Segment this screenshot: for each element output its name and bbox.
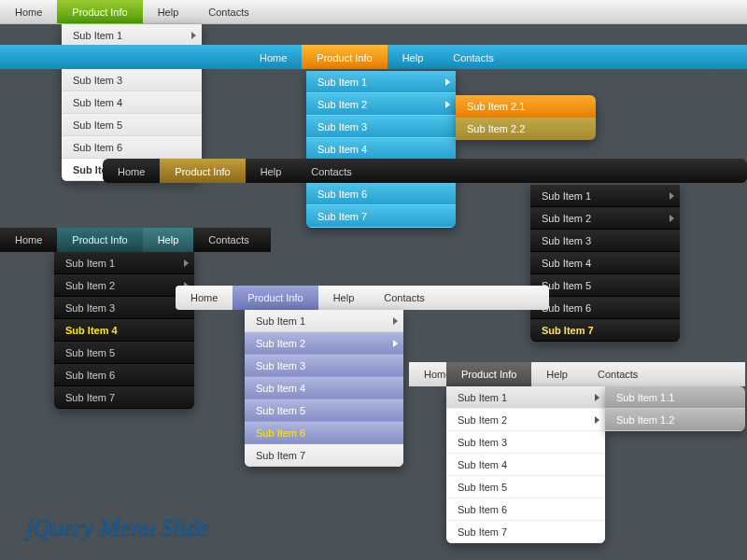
chevron-right-icon: [445, 101, 450, 108]
menu4-bar: Home Product Info Help Contacts: [0, 228, 271, 252]
menu3-sub7[interactable]: Sub Item 7: [530, 319, 680, 342]
menu3-sub2-label: Sub Item 2: [542, 213, 591, 224]
menu1-help[interactable]: Help: [143, 0, 194, 23]
menu2-sub2-label: Sub Item 2: [317, 99, 367, 110]
menu3-product-info[interactable]: Product Info: [160, 159, 245, 183]
menu5-contacts[interactable]: Contacts: [369, 286, 439, 310]
menu6-sub1-1[interactable]: Sub Item 1.1: [605, 386, 745, 409]
menu1-home[interactable]: Home: [0, 0, 57, 23]
menu6-sub7[interactable]: Sub Item 7: [446, 521, 605, 543]
menu3-sub6[interactable]: Sub Item 6: [530, 297, 680, 319]
menu6-sub5[interactable]: Sub Item 5: [446, 476, 605, 498]
menu2-sub6[interactable]: Sub Item 6: [306, 183, 456, 205]
menu3-sub1[interactable]: Sub Item 1: [530, 185, 680, 207]
chevron-right-icon: [595, 416, 599, 424]
menu5-dropdown: Sub Item 1 Sub Item 2 Sub Item 3 Sub Ite…: [245, 310, 403, 467]
chevron-right-icon: [595, 394, 599, 401]
menu4-sub1-label: Sub Item 1: [65, 258, 115, 269]
menu4-sub7[interactable]: Sub Item 7: [54, 386, 194, 409]
menu6-sub2[interactable]: Sub Item 2: [446, 409, 605, 431]
menu1-sub6[interactable]: Sub Item 6: [62, 136, 202, 159]
menu5-sub7[interactable]: Sub Item 7: [245, 444, 403, 467]
menu6-sub4[interactable]: Sub Item 4: [446, 454, 605, 476]
menu6-contacts[interactable]: Contacts: [583, 362, 653, 386]
menu1-product-info[interactable]: Product Info: [57, 0, 142, 23]
chevron-right-icon: [191, 32, 196, 39]
menu2-sub2-2[interactable]: Sub Item 2.2: [456, 118, 596, 140]
menu3-help[interactable]: Help: [246, 159, 297, 183]
chevron-right-icon: [393, 317, 398, 325]
menu2-sub2[interactable]: Sub Item 2: [306, 93, 456, 116]
menu6-dropdown: Sub Item 1 Sub Item 2 Sub Item 3 Sub Ite…: [446, 386, 605, 543]
menu1-sub3[interactable]: Sub Item 3: [62, 69, 202, 91]
menu1-sub1[interactable]: Sub Item 1: [62, 24, 202, 47]
menu2-sub4[interactable]: Sub Item 4: [306, 138, 456, 161]
menu3-sub3[interactable]: Sub Item 3: [530, 230, 680, 252]
menu5-sub4[interactable]: Sub Item 4: [245, 377, 403, 399]
menu5-bar: Home Product Info Help Contacts: [176, 286, 549, 310]
menu4-sub1[interactable]: Sub Item 1: [54, 252, 194, 274]
menu4-sub2-label: Sub Item 2: [65, 280, 115, 291]
menu4-sub6[interactable]: Sub Item 6: [54, 364, 194, 386]
menu4-sub4[interactable]: Sub Item 4: [54, 319, 194, 342]
chevron-right-icon: [184, 259, 189, 267]
menu2-contacts[interactable]: Contacts: [438, 45, 508, 69]
menu3-home[interactable]: Home: [103, 159, 160, 183]
chevron-right-icon: [393, 340, 398, 347]
menu2-dropdown: Sub Item 1 Sub Item 2 Sub Item 3 Sub Ite…: [306, 71, 456, 228]
menu4-home[interactable]: Home: [0, 228, 57, 252]
menu4-dropdown: Sub Item 1 Sub Item 2 Sub Item 3 Sub Ite…: [54, 252, 194, 409]
menu2-sub1[interactable]: Sub Item 1: [306, 71, 456, 93]
menu5-sub1-label: Sub Item 1: [256, 315, 305, 327]
menu2-home[interactable]: Home: [245, 45, 302, 69]
menu1-sub5[interactable]: Sub Item 5: [62, 114, 202, 136]
menu6-sub3[interactable]: Sub Item 3: [446, 431, 605, 454]
menu2-help[interactable]: Help: [388, 45, 439, 69]
menu4-help[interactable]: Help: [143, 228, 194, 252]
menu3-contacts[interactable]: Contacts: [296, 159, 366, 183]
menu1-sub1-label: Sub Item 1: [73, 30, 122, 41]
menu6-product-info[interactable]: Product Info: [446, 362, 531, 386]
menu5-help[interactable]: Help: [318, 286, 370, 310]
menu6-home[interactable]: Home: [409, 362, 446, 386]
menu5-sub2[interactable]: Sub Item 2: [245, 332, 403, 355]
menu6-bar: Home Product Info Help Contacts: [409, 362, 745, 386]
menu4-contacts[interactable]: Contacts: [193, 228, 263, 252]
menu6-sub1-2[interactable]: Sub Item 1.2: [605, 409, 745, 431]
menu2-sub2-1[interactable]: Sub Item 2.1: [456, 95, 596, 118]
menu6-flyout: Sub Item 1.1 Sub Item 1.2: [605, 386, 745, 431]
menu2-sub3[interactable]: Sub Item 3: [306, 116, 456, 138]
menu5-sub1[interactable]: Sub Item 1: [245, 310, 403, 332]
menu3-sub2[interactable]: Sub Item 2: [530, 207, 680, 230]
menu2-flyout: Sub Item 2.1 Sub Item 2.2: [456, 95, 596, 140]
chevron-right-icon: [669, 192, 674, 200]
menu4-product-info[interactable]: Product Info: [57, 228, 142, 252]
menu3-sub5[interactable]: Sub Item 5: [530, 274, 680, 297]
menu3-sub4[interactable]: Sub Item 4: [530, 252, 680, 274]
menu5-home[interactable]: Home: [176, 286, 233, 310]
menu3-bar: Home Product Info Help Contacts: [103, 159, 747, 183]
menu5-sub6[interactable]: Sub Item 6: [245, 422, 403, 444]
menu3-sub1-label: Sub Item 1: [542, 190, 591, 202]
menu6-sub6[interactable]: Sub Item 6: [446, 498, 605, 521]
menu2-sub7[interactable]: Sub Item 7: [306, 205, 456, 228]
chevron-right-icon: [669, 215, 674, 222]
menu5-sub5[interactable]: Sub Item 5: [245, 399, 403, 422]
menu6-sub1-label: Sub Item 1: [458, 392, 507, 403]
chevron-right-icon: [445, 78, 450, 86]
page-title: jQuery Menu Slide: [26, 513, 209, 541]
menu3-dropdown: Sub Item 1 Sub Item 2 Sub Item 3 Sub Ite…: [530, 185, 680, 342]
menu6-help[interactable]: Help: [531, 362, 583, 386]
menu2-product-info[interactable]: Product Info: [302, 45, 387, 69]
menu6-sub1[interactable]: Sub Item 1: [446, 386, 605, 409]
menu1-sub4[interactable]: Sub Item 4: [62, 91, 202, 114]
menu4-sub2[interactable]: Sub Item 2: [54, 274, 194, 297]
menu1-contacts[interactable]: Contacts: [193, 0, 263, 23]
menu5-product-info[interactable]: Product Info: [233, 286, 317, 310]
menu4-sub3[interactable]: Sub Item 3: [54, 297, 194, 319]
menu5-sub3[interactable]: Sub Item 3: [245, 355, 403, 377]
menu4-sub5[interactable]: Sub Item 5: [54, 342, 194, 364]
menu1-bar: Home Product Info Help Contacts: [0, 0, 747, 24]
menu5-sub2-label: Sub Item 2: [256, 338, 305, 349]
menu2-sub1-label: Sub Item 1: [317, 77, 367, 88]
